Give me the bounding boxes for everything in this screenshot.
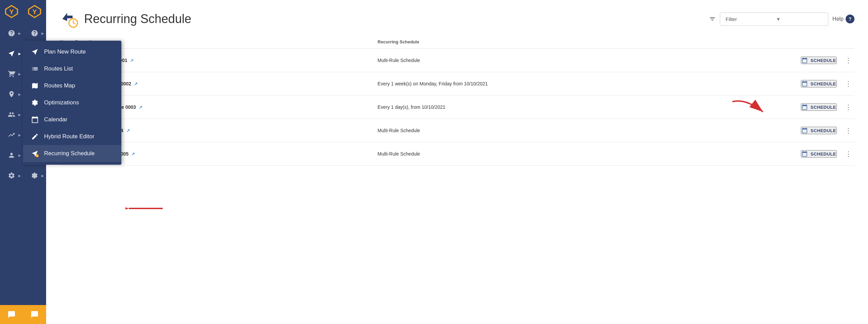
sidebar-item-routes[interactable]: ▶: [0, 43, 23, 64]
left-sidebar: Y ▶ ▶ ▶ ▶ ▶ ▶ ▶ ▶: [0, 0, 23, 324]
schedule-button-row2[interactable]: SCHEDULE: [801, 80, 837, 87]
recurring-schedule-icon: [60, 9, 79, 28]
external-link-icon-row4[interactable]: ↗: [126, 128, 130, 133]
actions-col-row3: SCHEDULE ⋮: [695, 102, 854, 113]
sidebar2-item-settings[interactable]: ▶: [23, 165, 46, 186]
table-row: Philadelphia Retail Route 0005 ↗ Multi-R…: [60, 142, 854, 166]
page-title-area: Recurring Schedule: [60, 9, 702, 28]
sidebar2-item-help[interactable]: ▶: [23, 23, 46, 43]
flyout-item-hybrid-route-editor[interactable]: Hybrid Route Editor: [23, 128, 121, 145]
schedule-button-row3[interactable]: SCHEDULE: [801, 103, 837, 111]
table-row: Los Angeles Pickup Route 0002 ↗ Every 1 …: [60, 72, 854, 96]
main-content: Recurring Schedule Filter ▼ Help ?: [46, 0, 868, 324]
svg-text:Y: Y: [9, 8, 14, 16]
external-link-icon-row3[interactable]: ↗: [139, 105, 142, 110]
col-header-actions: [695, 35, 854, 49]
sidebar-item-help[interactable]: ▶: [0, 23, 23, 43]
table-row: Detroit Last Mile Route 0004 ↗ Multi-Rul…: [60, 119, 854, 142]
content-header: Recurring Schedule Filter ▼ Help ?: [46, 0, 868, 35]
actions-col-row4: SCHEDULE ⋮: [695, 125, 854, 136]
kebab-menu-row3[interactable]: ⋮: [842, 102, 854, 113]
sidebar-item-contacts[interactable]: ▶: [0, 104, 23, 125]
table-wrapper: Master Route Name Recurring Schedule New…: [46, 35, 868, 166]
kebab-menu-row4[interactable]: ⋮: [842, 125, 854, 136]
flyout-item-routes-map[interactable]: Routes Map: [23, 77, 121, 94]
sidebar-item-locations[interactable]: ▶: [0, 84, 23, 104]
schedule-button-row4[interactable]: SCHEDULE: [801, 127, 837, 134]
filter-area: Filter ▼ Help ?: [709, 13, 854, 26]
sidebar-item-team[interactable]: ▶: [0, 145, 23, 165]
help-button[interactable]: Help ?: [832, 15, 854, 23]
svg-point-2: [36, 154, 39, 157]
flyout-item-recurring-schedule[interactable]: Recurring Schedule: [23, 145, 121, 162]
sidebar-item-settings[interactable]: ▶: [0, 165, 23, 186]
table-row: New York Delivery Route 0001 ↗ Multi-Rul…: [60, 49, 854, 72]
actions-col-row5: SCHEDULE ⋮: [695, 148, 854, 159]
schedule-value-row5: Multi-Rule Schedule: [378, 142, 696, 166]
external-link-icon-row2[interactable]: ↗: [134, 81, 138, 86]
chevron-down-icon: ▼: [776, 16, 823, 22]
schedule-value-row3: Every 1 day(s), from 10/10/2021: [378, 96, 696, 119]
content-wrapper: Y ▶ ▶ ▶ ▶ ▶: [23, 0, 868, 324]
schedule-button-row5[interactable]: SCHEDULE: [801, 150, 837, 158]
filter-icon: [709, 16, 716, 22]
page-title: Recurring Schedule: [84, 12, 191, 26]
help-circle: ?: [846, 15, 854, 23]
actions-col-row2: SCHEDULE ⋮: [695, 78, 854, 89]
svg-text:Y: Y: [32, 8, 37, 16]
schedule-value-row2: Every 1 week(s) on Monday, Friday from 1…: [378, 72, 696, 96]
sidebar-item-reports[interactable]: ▶: [0, 125, 23, 145]
kebab-menu-row2[interactable]: ⋮: [842, 78, 854, 89]
schedule-value-row4: Multi-Rule Schedule: [378, 119, 696, 142]
flyout-menu: Plan New Route Routes List Routes Map Op…: [23, 41, 121, 165]
main-area: Y ▶ ▶ ▶ ▶ ▶: [23, 0, 868, 324]
filter-dropdown[interactable]: Filter ▼: [720, 13, 828, 26]
external-link-icon-row5[interactable]: ↗: [131, 151, 135, 157]
kebab-menu-row1[interactable]: ⋮: [842, 55, 854, 66]
chat-button-2[interactable]: [23, 305, 46, 324]
col-header-schedule: Recurring Schedule: [378, 35, 696, 49]
kebab-menu-row5[interactable]: ⋮: [842, 148, 854, 159]
chat-button[interactable]: [0, 305, 23, 324]
app-logo[interactable]: Y: [0, 0, 23, 23]
external-link-icon-row1[interactable]: ↗: [130, 58, 134, 63]
flyout-item-routes-list[interactable]: Routes List: [23, 60, 121, 77]
sidebar-bottom: [0, 305, 23, 324]
routes-table: Master Route Name Recurring Schedule New…: [60, 35, 854, 166]
schedule-value-row1: Multi-Rule Schedule: [378, 49, 696, 72]
sidebar2-bottom: [23, 305, 46, 324]
flyout-item-calendar[interactable]: Calendar: [23, 111, 121, 128]
app-logo-2[interactable]: Y: [23, 0, 46, 23]
table-row: Chicago Daily Service Route 0003 ↗ Every…: [60, 96, 854, 119]
sidebar-item-orders[interactable]: ▶: [0, 64, 23, 84]
actions-col-row1: SCHEDULE ⋮: [695, 55, 854, 66]
table-header: Master Route Name Recurring Schedule: [60, 35, 854, 49]
schedule-button-row1[interactable]: SCHEDULE: [801, 57, 837, 64]
flyout-item-optimizations[interactable]: Optimizations: [23, 94, 121, 111]
table-body: New York Delivery Route 0001 ↗ Multi-Rul…: [60, 49, 854, 166]
flyout-item-plan-new-route[interactable]: Plan New Route: [23, 43, 121, 60]
